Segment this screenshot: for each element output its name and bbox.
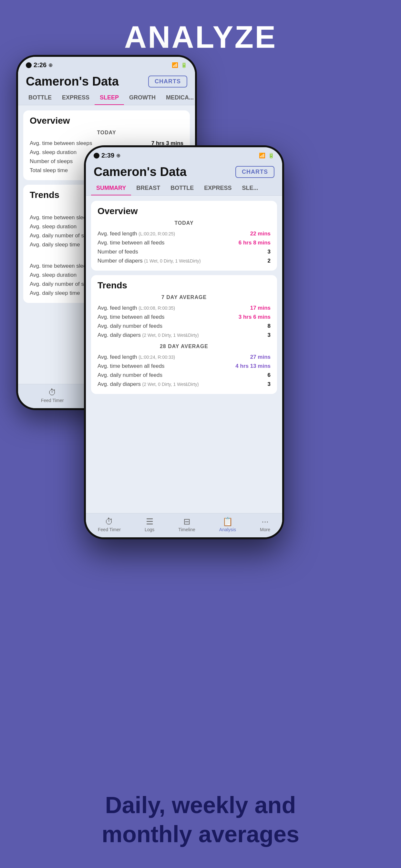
phone2-trends-title: Trends: [97, 280, 271, 290]
p2-logs-icon: ☰: [146, 517, 153, 526]
p2-location-icon: ⊕: [116, 152, 120, 159]
tab-growth[interactable]: GROWTH: [124, 91, 161, 105]
p2-28d-row-1: Avg. feed length (L:00:24, R:00:33) 27 m…: [97, 352, 271, 362]
p2-camera-icon: [94, 153, 99, 159]
phone1-tab-bar: BOTTLE EXPRESS SLEEP GROWTH MEDICA...: [18, 91, 195, 105]
p2-7d-row-1: Avg. feed length (L:00:08, R:00:35) 17 m…: [97, 304, 271, 313]
p2-28d-row-4: Avg. daily diapers (2 Wet, 0 Dirty, 1 We…: [97, 380, 271, 389]
phone2-screen: 2:39 ⊕ 📶 🔋 Cameron's Data CHARTS SUMMARY…: [86, 147, 282, 537]
feed-timer-icon: ⏱: [48, 388, 57, 397]
p2-7d-row-2: Avg. time between all feeds 3 hrs 6 mins: [97, 313, 271, 321]
p2-status-time: 2:39: [101, 152, 114, 159]
battery-icon: 🔋: [181, 62, 187, 68]
p2-nav-feed-timer[interactable]: ⏱ Feed Timer: [98, 517, 121, 532]
phone2-today-header: TODAY: [97, 220, 271, 226]
phone2-7day-header: 7 DAY AVERAGE: [97, 294, 271, 300]
p2-timeline-label: Timeline: [178, 527, 195, 532]
p2-today-row-2: Avg. time between all feeds 6 hrs 8 mins: [97, 238, 271, 247]
phone2-overview-title: Overview: [97, 206, 271, 216]
p2-more-icon: ···: [261, 517, 269, 526]
tab-sle[interactable]: SLE...: [237, 182, 263, 195]
p2-nav-timeline[interactable]: ⊟ Timeline: [178, 517, 195, 532]
location-icon: ⊕: [49, 62, 53, 68]
p2-today-row-4: Number of diapers (1 Wet, 0 Dirty, 1 Wet…: [97, 256, 271, 266]
phone2-overview-card: Overview TODAY Avg. feed length (L:00:20…: [91, 201, 277, 271]
tab-sleep[interactable]: SLEEP: [95, 91, 124, 105]
p2-28d-row-2: Avg. time between all feeds 4 hrs 13 min…: [97, 362, 271, 371]
phone2-content: Overview TODAY Avg. feed length (L:00:20…: [86, 196, 282, 404]
phone1-overview-title: Overview: [30, 116, 183, 126]
p2-nav-logs[interactable]: ☰ Logs: [145, 517, 154, 532]
phone1-today-header: TODAY: [30, 130, 183, 135]
phone1-app-header: Cameron's Data CHARTS: [18, 71, 195, 91]
tab-bottle[interactable]: BOTTLE: [165, 182, 199, 195]
p2-nav-more[interactable]: ··· More: [260, 517, 270, 532]
phone2-trends-card: Trends 7 DAY AVERAGE Avg. feed length (L…: [91, 275, 277, 394]
phone2-charts-button[interactable]: CHARTS: [235, 166, 274, 178]
tab-bottle[interactable]: BOTTLE: [23, 91, 57, 105]
p2-analysis-label: Analysis: [219, 527, 236, 532]
phone2-28day-header: 28 DAY AVERAGE: [97, 344, 271, 349]
p2-more-label: More: [260, 527, 270, 532]
tab-medica[interactable]: MEDICA...: [161, 91, 195, 105]
tab-express[interactable]: EXPRESS: [199, 182, 237, 195]
p2-today-row-3: Number of feeds 3: [97, 247, 271, 256]
phone1-status-bar: 2:26 ⊕ 📶 🔋: [18, 57, 195, 71]
p2-analysis-icon: 📋: [222, 517, 233, 526]
p2-today-row-1: Avg. feed length (L:00:20, R:00:25) 22 m…: [97, 229, 271, 238]
nav-feed-timer[interactable]: ⏱ Feed Timer: [41, 388, 64, 403]
p2-nav-analysis[interactable]: 📋 Analysis: [219, 517, 236, 532]
phone2-status-bar: 2:39 ⊕ 📶 🔋: [86, 147, 282, 161]
status-time: 2:26: [34, 61, 47, 69]
p2-feed-timer-label: Feed Timer: [98, 527, 121, 532]
tab-express[interactable]: EXPRESS: [57, 91, 95, 105]
tab-breast[interactable]: BREAST: [131, 182, 165, 195]
phone2-container: 2:39 ⊕ 📶 🔋 Cameron's Data CHARTS SUMMARY…: [84, 145, 284, 539]
feed-timer-label: Feed Timer: [41, 398, 64, 403]
phone2-bottom-nav: ⏱ Feed Timer ☰ Logs ⊟ Timeline 📋 Analysi…: [86, 513, 282, 537]
tab-summary[interactable]: SUMMARY: [91, 182, 131, 195]
phone2-tab-bar: SUMMARY BREAST BOTTLE EXPRESS SLE...: [86, 182, 282, 196]
p2-timeline-icon: ⊟: [183, 517, 190, 526]
wifi-icon: 📶: [172, 62, 178, 68]
camera-icon: [26, 62, 32, 68]
phone2-app-title: Cameron's Data: [94, 165, 187, 179]
p2-7d-row-3: Avg. daily number of feeds 8: [97, 321, 271, 331]
p2-28d-row-3: Avg. daily number of feeds 6: [97, 371, 271, 380]
page-tagline: Daily, weekly and monthly averages: [0, 790, 401, 848]
p2-wifi-icon: 📶: [259, 152, 266, 159]
phone2-app-header: Cameron's Data CHARTS: [86, 161, 282, 182]
phone1-charts-button[interactable]: CHARTS: [148, 75, 187, 88]
p2-feed-timer-icon: ⏱: [105, 517, 113, 526]
p2-battery-icon: 🔋: [268, 152, 274, 159]
phone2-frame: 2:39 ⊕ 📶 🔋 Cameron's Data CHARTS SUMMARY…: [84, 145, 284, 539]
p2-7d-row-4: Avg. daily diapers (2 Wet, 0 Dirty, 1 We…: [97, 331, 271, 340]
p2-logs-label: Logs: [145, 527, 154, 532]
phone1-app-title: Cameron's Data: [26, 74, 119, 89]
